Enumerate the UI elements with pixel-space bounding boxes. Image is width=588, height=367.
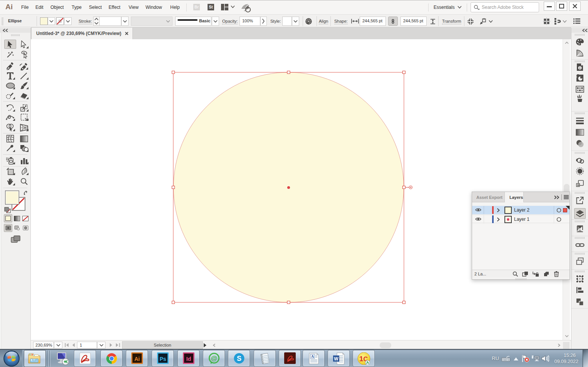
svg-text:Id: Id — [186, 356, 191, 362]
svg-text:W: W — [334, 356, 338, 362]
svg-text:S: S — [237, 355, 241, 362]
svg-text:Ai: Ai — [134, 356, 140, 362]
svg-text:@: @ — [211, 355, 218, 362]
svg-text:Ps: Ps — [159, 356, 166, 362]
svg-text:A: A — [311, 354, 314, 359]
